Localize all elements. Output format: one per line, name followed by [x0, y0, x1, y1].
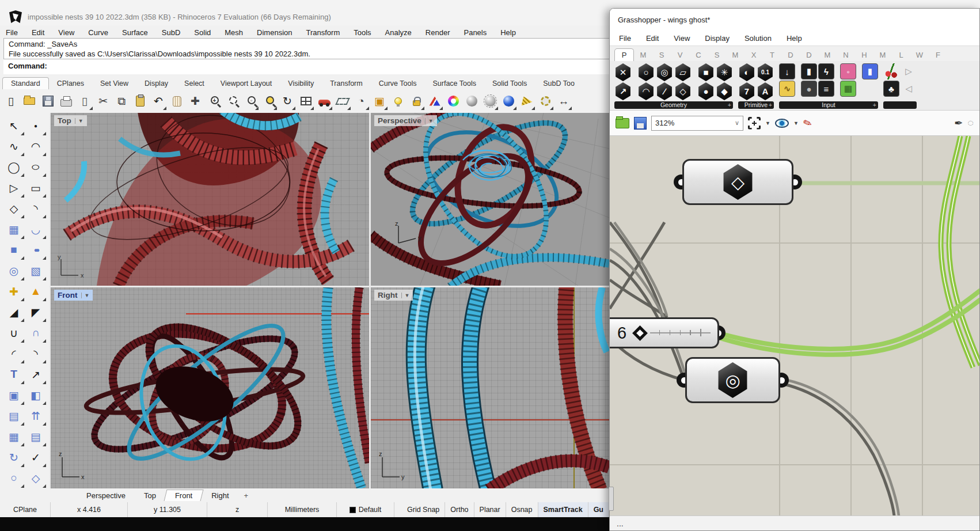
- object-snap-boxes-icon[interactable]: ▣: [371, 92, 388, 111]
- export-page-icon[interactable]: ▯: [76, 92, 93, 111]
- split-tool-icon[interactable]: ◤: [25, 302, 47, 323]
- menu-analyze[interactable]: Analyze: [385, 28, 412, 37]
- gh-open-icon[interactable]: [616, 118, 629, 128]
- vector-param-icon[interactable]: ↗: [614, 82, 632, 100]
- ribbon-group-label[interactable]: Primitive+: [738, 101, 774, 109]
- options-gear-icon[interactable]: [537, 92, 554, 111]
- gh-category-tab-2[interactable]: S: [652, 49, 671, 61]
- curve-fillet-tool-icon[interactable]: ◝: [25, 198, 47, 219]
- copy-icon[interactable]: ⧉: [113, 92, 130, 111]
- array-copy-tool-icon[interactable]: ▣: [3, 385, 25, 405]
- surface-param-icon[interactable]: ◆: [716, 82, 733, 100]
- front-viewport-label[interactable]: Front ▼: [54, 290, 93, 301]
- layer-wedge-icon[interactable]: [426, 92, 443, 111]
- relay-right-icon[interactable]: ▷: [901, 63, 917, 79]
- print-icon[interactable]: [58, 92, 75, 111]
- gh-category-tab-16[interactable]: W: [910, 49, 929, 61]
- toolbar-tab-transform[interactable]: Transform: [322, 78, 371, 89]
- number-slider-icon[interactable]: ↓: [779, 63, 795, 79]
- arc-param-icon[interactable]: ◠: [637, 82, 655, 100]
- zoom-extents-icon[interactable]: [748, 117, 761, 130]
- gh-menu-solution[interactable]: Solution: [745, 34, 772, 43]
- sketch-ink-icon[interactable]: ✒: [954, 117, 963, 130]
- colour-swatch-icon[interactable]: ◦: [840, 63, 856, 79]
- geometry-pipeline-icon[interactable]: ◇: [674, 82, 692, 100]
- graph-mapper-icon[interactable]: ∿: [779, 81, 795, 97]
- slider-rail[interactable]: [650, 332, 711, 333]
- select-tool-icon[interactable]: ↖: [3, 115, 25, 136]
- viewport-menu-arrow-icon[interactable]: ▼: [75, 118, 83, 124]
- page-tab-perspective[interactable]: Perspective: [77, 490, 135, 501]
- gh-category-tab-15[interactable]: L: [892, 49, 910, 61]
- command-prompt[interactable]: Command:: [3, 59, 666, 74]
- front-viewport[interactable]: Front ▼ z x: [51, 287, 369, 488]
- preview-eye-icon[interactable]: [775, 119, 789, 128]
- gh-category-tab-3[interactable]: V: [671, 49, 689, 61]
- named-view-car-icon[interactable]: [316, 92, 333, 111]
- pan-hand-icon[interactable]: [168, 92, 185, 111]
- status-cplane[interactable]: CPlane: [0, 502, 51, 517]
- number-slider-component[interactable]: 6: [610, 317, 719, 348]
- gh-category-tab-1[interactable]: M: [634, 49, 652, 61]
- curved-surface-tool-icon[interactable]: ◡: [25, 219, 47, 240]
- extrude-tool-icon[interactable]: ⇈: [25, 405, 47, 426]
- ribbon-group-label[interactable]: Input+: [779, 101, 878, 109]
- gh-category-tab-11[interactable]: M: [818, 49, 837, 61]
- toggle-osnap[interactable]: Osnap: [506, 502, 538, 517]
- status-millimeters[interactable]: Millimeters: [268, 502, 337, 517]
- sphere-param-icon[interactable]: ●: [697, 82, 715, 100]
- rendered-sphere-icon[interactable]: [500, 92, 517, 111]
- toolbar-tab-viewport-layout[interactable]: Viewport Layout: [212, 78, 280, 89]
- toolbar-tab-set-view[interactable]: Set View: [92, 78, 136, 89]
- menu-help[interactable]: Help: [500, 28, 516, 37]
- zoom-level-select[interactable]: 312% ∨: [651, 116, 743, 131]
- menu-render[interactable]: Render: [426, 28, 450, 37]
- status-more-label[interactable]: ...: [617, 519, 624, 528]
- gh-category-tab-17[interactable]: F: [929, 49, 947, 61]
- status-default[interactable]: Default: [337, 502, 394, 517]
- page-tab-right[interactable]: Right: [202, 490, 238, 501]
- command-history[interactable]: Command: _SaveAs File successfully saved…: [3, 38, 666, 59]
- toolbar-tab-standard[interactable]: Standard: [2, 77, 49, 89]
- viewport-layout-icon[interactable]: [297, 92, 314, 111]
- undo-icon[interactable]: ↶: [150, 92, 167, 111]
- trim-tool-icon[interactable]: ◢: [3, 302, 25, 323]
- explode-tool-icon[interactable]: ▲: [25, 281, 47, 302]
- save-file-icon[interactable]: [39, 92, 56, 111]
- hatch-wedge-icon[interactable]: [518, 92, 535, 111]
- circle-param-icon[interactable]: ○: [637, 63, 655, 81]
- page-tab-front[interactable]: Front: [164, 490, 203, 501]
- surface-from-points-tool-icon[interactable]: ▦: [3, 219, 25, 240]
- gh-category-tab-14[interactable]: M: [873, 49, 892, 61]
- text-tool-icon[interactable]: T: [3, 364, 25, 385]
- menu-dimension[interactable]: Dimension: [257, 28, 292, 37]
- gh-category-tab-4[interactable]: C: [689, 49, 708, 61]
- gh-category-tab-0[interactable]: P: [614, 48, 634, 61]
- new-viewport-tab-icon[interactable]: +: [238, 491, 255, 500]
- gh-category-tab-8[interactable]: T: [763, 49, 781, 61]
- surface-patch-tool-icon[interactable]: ▧: [25, 260, 47, 281]
- curve-param-component[interactable]: ◎: [685, 357, 780, 403]
- adjust-end-bulge-tool-icon[interactable]: ◜: [3, 343, 25, 364]
- toolbar-tab-surface-tools[interactable]: Surface Tools: [424, 78, 484, 89]
- menu-mesh[interactable]: Mesh: [225, 28, 243, 37]
- angle-constraint-icon[interactable]: ◔: [352, 92, 370, 111]
- gh-category-tab-9[interactable]: D: [781, 49, 800, 61]
- slider-grip[interactable]: [632, 325, 648, 341]
- gh-menu-view[interactable]: View: [674, 34, 690, 43]
- grasshopper-canvas[interactable]: ◇ 6 ◎: [610, 136, 979, 515]
- geometry-param-component[interactable]: ◇: [682, 159, 793, 205]
- circle-tool-icon[interactable]: ◯: [3, 157, 25, 177]
- tree-view-icon[interactable]: ♣: [883, 81, 899, 97]
- plane-param-icon[interactable]: ▱: [674, 63, 692, 81]
- gh-save-icon[interactable]: [634, 117, 647, 130]
- lightbulb-icon[interactable]: [389, 92, 407, 111]
- twist-tool-icon[interactable]: ↻: [3, 447, 25, 468]
- toolbar-tab-subd-too[interactable]: SubD Too: [535, 78, 583, 89]
- toolbar-tab-display[interactable]: Display: [136, 78, 176, 89]
- mirror-tool-icon[interactable]: ◧: [25, 385, 47, 405]
- torus-tool-icon[interactable]: ◎: [3, 260, 25, 281]
- relay-left-icon[interactable]: ◁: [901, 81, 917, 97]
- gh-menu-help[interactable]: Help: [787, 34, 802, 43]
- array-vertical-tool-icon[interactable]: ▤: [25, 426, 47, 447]
